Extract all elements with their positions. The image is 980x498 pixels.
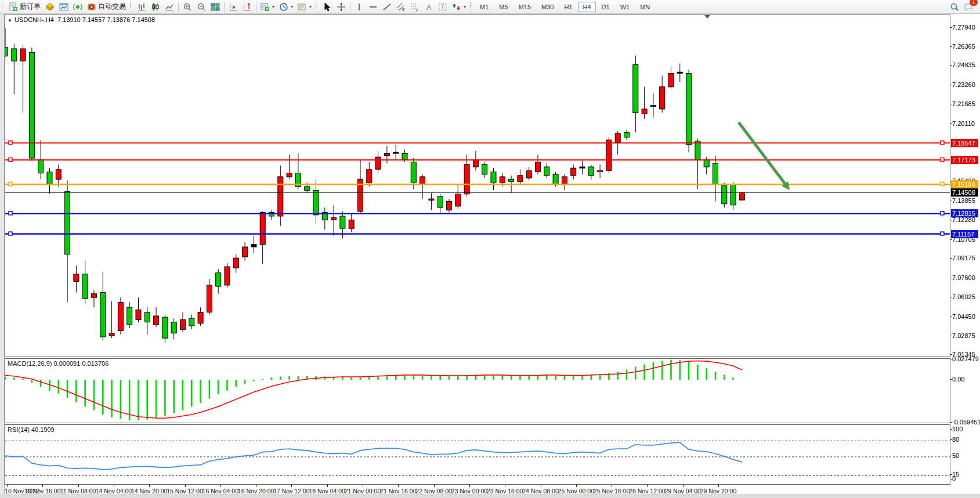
text-tool-button[interactable]: A xyxy=(422,1,436,13)
trendline-icon xyxy=(382,2,392,12)
chart-window-button[interactable] xyxy=(57,1,71,13)
toolbar-separator xyxy=(224,2,225,12)
time-tick xyxy=(114,485,114,487)
rsi-panel[interactable]: RSI(14) 40.1909 xyxy=(5,424,950,485)
toolbar-grip xyxy=(316,2,318,12)
line-price-badge: 7.15184 xyxy=(951,180,978,188)
bar-chart-mode-button[interactable] xyxy=(135,1,149,13)
timeframe-MN[interactable]: MN xyxy=(635,2,654,12)
zoom-out-button[interactable] xyxy=(194,1,208,13)
notification-badge: 1 xyxy=(970,0,978,6)
macd-canvas[interactable] xyxy=(5,359,950,423)
auto-scroll-button[interactable] xyxy=(226,1,240,13)
chart-window-icon xyxy=(59,2,68,12)
rsi-canvas[interactable] xyxy=(5,425,950,484)
auto-trading-button[interactable]: 自动交易 xyxy=(85,1,128,13)
price-tick: 7.20110 xyxy=(952,120,975,128)
time-tick xyxy=(291,485,292,487)
new-chart-button[interactable]: ▾ xyxy=(258,1,277,13)
chart-symbol-period: USDCNH-,H4 xyxy=(15,16,54,23)
chart-menu-arrow-icon[interactable]: ▼ xyxy=(8,18,12,23)
crosshair-icon xyxy=(337,2,346,12)
time-tick xyxy=(78,485,79,487)
time-tick xyxy=(42,485,43,487)
signals-button[interactable] xyxy=(71,1,85,13)
arrow-shapes-icon xyxy=(452,2,461,12)
price-tick: 7.07600 xyxy=(952,274,975,282)
rsi-axis-label: 100 xyxy=(952,426,963,433)
time-tick xyxy=(647,485,648,487)
macd-panel[interactable]: MACD(12,26,9) 0.000091 0.013706 xyxy=(5,358,950,423)
chevron-down-icon: ▾ xyxy=(272,4,274,9)
channel-tool-button[interactable]: E xyxy=(394,1,408,13)
candlestick-mode-button[interactable] xyxy=(149,1,162,13)
clock-icon xyxy=(279,2,288,12)
price-tick: 7.02875 xyxy=(952,332,975,340)
cursor-icon xyxy=(323,2,332,12)
mt4-terminal-window: 新订单 自动交易 xyxy=(0,0,980,498)
timeframe-D1[interactable]: D1 xyxy=(597,2,614,12)
templates-button[interactable]: ▾ xyxy=(295,1,314,13)
zoom-in-button[interactable] xyxy=(180,1,194,13)
rsi-label: RSI(14) 40.1909 xyxy=(8,426,55,433)
time-tick xyxy=(469,485,470,487)
bottom-strip xyxy=(0,494,980,498)
crosshair-tool-button[interactable] xyxy=(334,1,348,13)
timeframe-H4[interactable]: H4 xyxy=(578,2,596,12)
periods-button[interactable]: ▾ xyxy=(277,1,295,13)
gold-box-icon xyxy=(45,2,55,12)
time-tick xyxy=(541,485,541,487)
timeframe-H1[interactable]: H1 xyxy=(559,2,577,12)
horizontal-line-tool-button[interactable] xyxy=(366,1,380,13)
timeframe-M30[interactable]: M30 xyxy=(537,2,558,12)
new-chart-icon xyxy=(261,2,270,12)
horizontal-line-icon xyxy=(368,2,378,12)
time-tick xyxy=(149,485,150,487)
macd-axis-label: 0.027479 xyxy=(952,355,979,363)
time-tick xyxy=(7,485,8,487)
timeframe-group: M1M5M15M30H1H4D1W1MN xyxy=(475,3,655,11)
timeframe-M5[interactable]: M5 xyxy=(494,2,512,12)
line-chart-mode-button[interactable] xyxy=(162,1,176,13)
price-axis[interactable]: 7.279407.263657.248357.232607.216857.201… xyxy=(950,14,980,494)
timeframe-M15[interactable]: M15 xyxy=(514,2,536,12)
time-tick xyxy=(363,485,363,487)
price-tick: 7.04450 xyxy=(952,313,975,321)
vertical-line-tool-button[interactable] xyxy=(352,1,366,13)
fibonacci-icon: F xyxy=(410,2,420,12)
time-tick xyxy=(505,485,505,487)
line-price-badge: 7.17173 xyxy=(951,156,978,164)
search-icon xyxy=(950,2,959,12)
tile-windows-button[interactable] xyxy=(208,1,222,13)
text-label-tool-button[interactable]: T xyxy=(436,1,450,13)
trendline-tool-button[interactable] xyxy=(380,1,394,13)
timeframe-W1[interactable]: W1 xyxy=(616,2,635,12)
main-chart-panel[interactable]: ▼USDCNH-,H4 7.13910 7.14557 7.13876 7.14… xyxy=(5,14,950,357)
new-order-button[interactable]: 新订单 xyxy=(6,1,43,13)
arrows-tool-button[interactable]: ▾ xyxy=(450,1,468,13)
notifications-button[interactable]: 1 xyxy=(961,1,975,13)
bar-chart-icon xyxy=(137,2,146,12)
auto-trading-label: 自动交易 xyxy=(98,2,126,12)
fibonacci-tool-button[interactable]: F xyxy=(408,1,422,13)
chart-left-margin xyxy=(0,14,5,494)
templates-icon xyxy=(298,2,307,12)
vertical-line-icon xyxy=(355,2,364,12)
toolbar-grip xyxy=(470,2,472,12)
timeframe-M1[interactable]: M1 xyxy=(475,2,493,12)
line-price-badge: 7.14508 xyxy=(951,188,978,197)
rsi-axis-label: 80 xyxy=(952,436,959,444)
price-tick: 7.13855 xyxy=(952,197,975,205)
zoom-in-icon xyxy=(183,2,192,12)
search-button[interactable] xyxy=(948,1,961,13)
market-watch-button[interactable] xyxy=(43,1,57,13)
chart-shift-button[interactable] xyxy=(240,1,254,13)
toolbar-grip xyxy=(2,2,4,12)
cursor-tool-button[interactable] xyxy=(320,1,334,13)
toolbar-separator xyxy=(178,2,179,12)
candlestick-canvas[interactable] xyxy=(5,14,950,357)
new-order-label: 新订单 xyxy=(20,2,41,12)
time-tick xyxy=(327,485,328,487)
chevron-down-icon: ▾ xyxy=(309,4,312,9)
time-tick xyxy=(398,485,399,487)
